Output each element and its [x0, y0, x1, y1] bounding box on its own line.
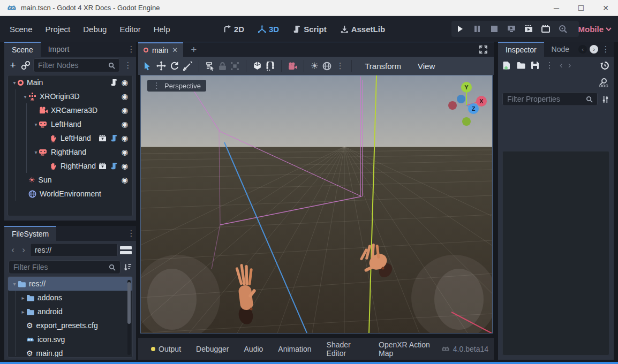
collapse-icon[interactable]: ▾	[11, 80, 18, 86]
menu-help[interactable]: Help	[147, 21, 177, 37]
bottom-tab-animation[interactable]: Animation	[270, 345, 319, 353]
fs-row-res[interactable]: ▾ res://	[8, 277, 132, 291]
movie-maker-button[interactable]	[554, 21, 571, 37]
expand-icon[interactable]: ▸	[20, 309, 26, 315]
edit-history-icon[interactable]	[600, 61, 609, 70]
tree-row-sun[interactable]: ☀ Sun ◉	[8, 173, 132, 187]
tab-filesystem[interactable]: FileSystem	[4, 226, 56, 241]
split-view-icon[interactable]	[120, 244, 132, 256]
dock-move-left-icon[interactable]: ‹	[578, 45, 587, 54]
tree-row-lefthand-controller[interactable]: ▾ XR LeftHand ◉	[8, 117, 132, 131]
snap-toggle-icon[interactable]	[266, 62, 275, 71]
filter-files-input[interactable]: Filter Files	[9, 260, 120, 274]
filter-properties-input[interactable]: Filter Properties	[502, 92, 598, 106]
tab-node[interactable]: Node	[544, 42, 577, 57]
script-attached-icon[interactable]	[110, 79, 118, 86]
minimize-button[interactable]: ─	[544, 0, 569, 16]
scene-tree-menu-icon[interactable]: ⋮	[123, 60, 133, 70]
tree-row-lefthand-model[interactable]: XR LeftHand ◉	[8, 131, 132, 145]
scene-dock-menu-icon[interactable]: ⋮	[126, 44, 136, 54]
collapse-icon[interactable]: ▾	[22, 94, 28, 100]
tree-row-main[interactable]: ▾ Main ◉	[8, 75, 132, 89]
new-scene-tab-button[interactable]: +	[183, 44, 204, 56]
script-attached-icon[interactable]	[110, 134, 118, 142]
workspace-3d[interactable]: 3D	[258, 25, 279, 34]
gizmo-y-negative[interactable]	[462, 117, 471, 126]
collapse-icon[interactable]: ▾	[33, 149, 39, 155]
instance-scene-icon[interactable]	[21, 61, 30, 70]
transform-menu[interactable]: Transform	[358, 62, 408, 71]
bottom-tab-openxr-action-map[interactable]: OpenXR Action Map	[371, 340, 441, 358]
select-tool-icon[interactable]	[144, 62, 153, 71]
script-attached-icon[interactable]	[110, 162, 118, 170]
bottom-tab-output[interactable]: Output	[144, 345, 189, 353]
close-button[interactable]: ✕	[593, 0, 618, 16]
version-info[interactable]: 4.0.beta14	[441, 345, 488, 353]
local-space-icon[interactable]	[253, 61, 262, 71]
pause-button[interactable]	[469, 21, 486, 37]
move-tool-icon[interactable]	[156, 61, 166, 71]
visibility-toggle-icon[interactable]: ◉	[122, 148, 128, 156]
property-filter-options-icon[interactable]	[601, 95, 609, 103]
open-instanced-scene-icon[interactable]	[99, 163, 107, 170]
scene-tab-main[interactable]: main ✕	[138, 42, 183, 57]
menu-editor[interactable]: Editor	[113, 21, 147, 37]
view-menu[interactable]: View	[411, 62, 441, 71]
play-custom-scene-button[interactable]	[537, 21, 554, 37]
collapse-icon[interactable]: ▾	[11, 281, 18, 287]
lock-node-icon[interactable]	[218, 62, 227, 71]
scale-tool-icon[interactable]	[183, 62, 192, 71]
visibility-toggle-icon[interactable]: ◉	[122, 107, 128, 114]
filesystem-menu-icon[interactable]: ⋮	[126, 229, 136, 238]
group-node-icon[interactable]	[230, 62, 239, 71]
preview-environment-icon[interactable]	[322, 62, 331, 71]
filter-nodes-input[interactable]: Filter Nodes	[33, 58, 120, 72]
bottom-tab-shader-editor[interactable]: Shader Editor	[319, 340, 371, 358]
rotate-tool-icon[interactable]	[170, 61, 179, 71]
bottom-tab-debugger[interactable]: Debugger	[189, 345, 237, 353]
play-button[interactable]	[451, 21, 469, 37]
gizmo-x-negative[interactable]	[448, 101, 457, 110]
history-back-icon[interactable]: ‹	[9, 245, 17, 255]
visibility-toggle-icon[interactable]: ◉	[122, 79, 128, 86]
collapse-icon[interactable]: ▾	[33, 122, 39, 127]
gizmo-z-positive[interactable]: Z	[468, 103, 479, 114]
bottom-tab-audio[interactable]: Audio	[237, 345, 271, 353]
expand-viewport-icon[interactable]	[479, 46, 487, 54]
close-tab-icon[interactable]: ✕	[172, 46, 178, 54]
inspector-history-forward-icon[interactable]: ›	[568, 60, 571, 71]
tab-inspector[interactable]: Inspector	[498, 42, 544, 57]
inspector-history-back-icon[interactable]: ‹	[560, 60, 563, 71]
add-node-button[interactable]: +	[7, 59, 18, 71]
load-resource-folder-icon[interactable]	[516, 62, 525, 69]
maximize-button[interactable]: ☐	[569, 0, 593, 16]
new-resource-icon[interactable]	[502, 61, 511, 70]
sun-environment-menu-icon[interactable]: ⋮	[335, 61, 345, 71]
viewport-3d[interactable]: ⋮ Perspective Y X Z	[140, 75, 493, 333]
workspace-script[interactable]: Script	[293, 25, 327, 34]
workspace-2d[interactable]: 2D	[223, 25, 244, 34]
scrollbar[interactable]	[127, 280, 131, 355]
history-forward-icon[interactable]: ›	[19, 245, 28, 255]
view-mode-dropdown[interactable]: ⋮ Perspective	[147, 80, 206, 92]
preview-sunlight-icon[interactable]: ☀	[311, 62, 319, 71]
play-scene-button[interactable]	[520, 21, 537, 37]
tree-row-xrcamera3d[interactable]: XRCamera3D ◉	[8, 103, 132, 117]
path-field[interactable]: res://	[30, 243, 118, 257]
tree-row-righthand-controller[interactable]: ▾ XR RightHand ◉	[8, 145, 132, 159]
tab-import[interactable]: Import	[41, 42, 77, 57]
fs-row-main-gd[interactable]: ⚙ main.gd	[8, 346, 132, 358]
visibility-toggle-icon[interactable]: ◉	[122, 162, 128, 170]
save-resource-icon[interactable]	[531, 61, 539, 70]
menu-scene[interactable]: Scene	[3, 21, 39, 37]
gizmo-y-positive[interactable]: Y	[461, 82, 472, 93]
visibility-toggle-icon[interactable]: ◉	[122, 134, 128, 142]
resource-menu-icon[interactable]: ⋮	[545, 60, 554, 70]
stop-button[interactable]	[486, 21, 503, 37]
tree-row-xrorigin3d[interactable]: ▾ XR XROrigin3D ◉	[8, 89, 132, 103]
workspace-assetlib[interactable]: AssetLib	[341, 25, 385, 34]
expand-icon[interactable]: ▸	[20, 295, 26, 301]
open-instanced-scene-icon[interactable]	[99, 135, 107, 142]
inspector-dock-menu-icon[interactable]: ⋮	[601, 44, 611, 54]
remote-debug-button[interactable]	[503, 21, 520, 37]
